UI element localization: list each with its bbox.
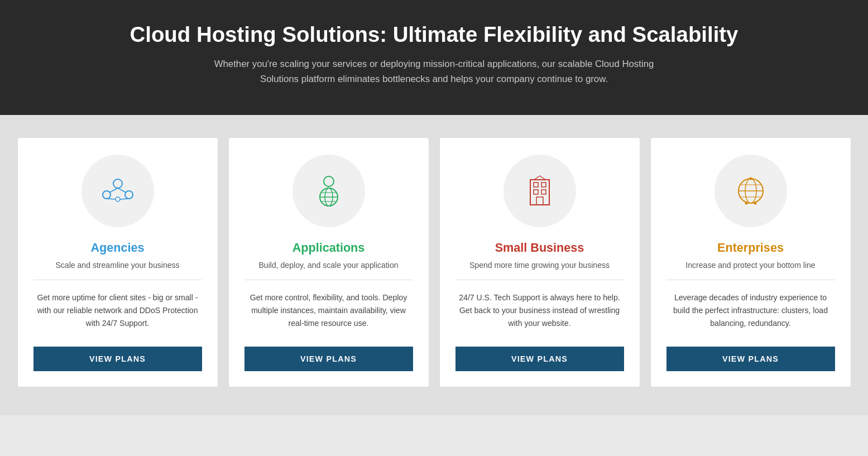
small-business-icon [520, 171, 559, 210]
card-enterprises: Enterprises Increase and protect your bo… [650, 137, 851, 388]
svg-point-8 [324, 176, 334, 186]
svg-line-6 [107, 199, 116, 199]
svg-point-1 [103, 191, 111, 199]
svg-rect-15 [534, 183, 538, 187]
page-subtitle: Whether you're scaling your services or … [205, 57, 663, 87]
small-business-subtitle: Spend more time growing your business [469, 261, 610, 270]
applications-icon [309, 171, 348, 210]
svg-line-4 [118, 188, 126, 193]
page-title: Cloud Hosting Solutions: Ultimate Flexib… [33, 22, 835, 47]
agencies-description: Get more uptime for client sites - big o… [33, 291, 202, 330]
svg-rect-16 [541, 183, 546, 187]
agencies-subtitle: Scale and streamline your business [55, 261, 179, 270]
agencies-divider [33, 280, 202, 280]
cards-section: Agencies Scale and streamline your busin… [0, 115, 868, 416]
svg-line-20 [534, 176, 540, 180]
cards-container: Agencies Scale and streamline your busin… [17, 137, 851, 388]
agencies-icon [98, 171, 137, 210]
enterprises-view-plans-button[interactable]: VIEW PLANS [666, 347, 835, 371]
enterprises-icon-circle [714, 155, 787, 227]
enterprises-title: Enterprises [717, 241, 784, 255]
enterprises-divider [666, 280, 835, 280]
card-small-business: Small Business Spend more time growing y… [439, 137, 640, 388]
svg-rect-17 [534, 190, 538, 194]
small-business-title: Small Business [495, 241, 584, 255]
svg-rect-19 [536, 197, 543, 205]
small-business-divider [455, 280, 624, 280]
svg-point-5 [116, 197, 120, 201]
applications-title: Applications [292, 241, 365, 255]
svg-point-29 [754, 201, 756, 204]
enterprises-description: Leverage decades of industry experience … [666, 291, 835, 330]
enterprises-icon [731, 171, 770, 210]
svg-rect-14 [530, 180, 549, 205]
small-business-icon-circle [503, 155, 576, 227]
card-agencies: Agencies Scale and streamline your busin… [17, 137, 218, 388]
agencies-title: Agencies [90, 241, 144, 255]
small-business-view-plans-button[interactable]: VIEW PLANS [455, 347, 624, 371]
svg-point-27 [749, 177, 752, 180]
applications-divider [244, 280, 413, 280]
svg-rect-18 [541, 190, 546, 194]
enterprises-subtitle: Increase and protect your bottom line [685, 261, 815, 270]
svg-point-0 [113, 179, 122, 188]
svg-line-3 [109, 188, 118, 193]
svg-point-2 [125, 191, 133, 199]
card-applications: Applications Build, deploy, and scale yo… [228, 137, 429, 388]
applications-subtitle: Build, deploy, and scale your applicatio… [258, 261, 398, 270]
agencies-view-plans-button[interactable]: VIEW PLANS [33, 347, 202, 371]
applications-description: Get more control, flexibility, and tools… [244, 291, 413, 330]
small-business-description: 24/7 U.S. Tech Support is always here to… [455, 291, 624, 330]
applications-view-plans-button[interactable]: VIEW PLANS [244, 347, 413, 371]
agencies-icon-circle [81, 155, 154, 227]
page-header: Cloud Hosting Solutions: Ultimate Flexib… [0, 0, 868, 115]
svg-point-28 [745, 201, 747, 204]
svg-line-21 [540, 176, 545, 180]
svg-line-7 [120, 199, 129, 199]
applications-icon-circle [292, 155, 365, 227]
